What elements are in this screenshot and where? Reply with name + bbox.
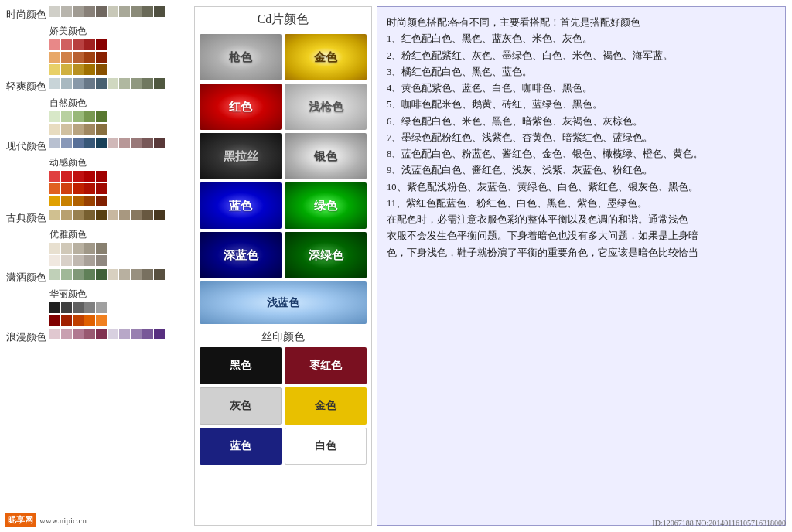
left-divider [189,6,189,526]
color-swatch [50,78,60,89]
color-swatch [61,39,72,50]
color-swatch [84,52,95,63]
color-swatch [73,111,84,122]
color-swatch [84,329,95,339]
classic-label: 古典颜色 [6,210,46,225]
color-swatch [73,302,84,313]
color-swatch [61,315,72,326]
cd-blacksilk-label: 黑拉丝 [224,149,258,164]
text-line-10: 10、紫色配浅粉色、灰蓝色、黄绿色、白色、紫红色、银灰色、黑色。 [387,179,776,196]
elegant-life-label: 潇洒颜色 [6,269,46,285]
elegant-life-section: 潇洒颜色 [6,269,184,285]
silk-title: 丝印颜色 [261,330,305,344]
romantic-label: 浪漫颜色 [6,329,46,344]
color-swatch [50,183,60,194]
color-swatch [96,124,107,135]
color-swatch [131,329,142,339]
color-swatch [142,329,153,339]
color-swatch [154,269,165,280]
color-swatch [50,39,60,50]
text-line-1: 1、红色配白色、黑色、蓝灰色、米色、灰色。 [387,31,776,47]
color-swatch [108,6,118,17]
color-swatch [50,138,60,148]
color-swatch [73,6,84,17]
cd-green-label: 绿色 [314,199,337,213]
silk-black: 黑色 [200,347,282,384]
watermark-url: www.nipic.cn [39,516,87,525]
dynamic-label: 动感颜色 [50,156,107,169]
color-swatch [61,138,72,148]
color-swatch [96,302,107,313]
color-swatch [96,210,107,220]
color-swatch [73,124,84,135]
color-swatch [73,243,84,254]
color-swatch [96,78,107,89]
color-swatch [96,111,107,122]
silk-darkred-label: 枣红色 [309,359,342,373]
text-line-2: 2、粉红色配紫红、灰色、墨绿色、白色、米色、褐色、海军蓝。 [387,48,776,64]
natural-section: 自然颜色 [50,97,107,135]
color-swatch [50,302,60,313]
color-swatch [96,183,107,194]
color-swatch [73,269,84,280]
row-dynamic: 动感颜色 [6,156,184,206]
color-swatch [96,196,107,206]
color-swatch [96,315,107,326]
color-swatch [73,255,84,266]
color-swatch [84,315,95,326]
color-swatch [96,52,107,63]
color-swatch [61,255,72,266]
color-swatch [50,124,60,135]
cd-blacksilk-color: 黑拉丝 [200,133,282,179]
row-natural: 自然颜色 [6,97,184,135]
elegant-section: 优雅颜色 [50,228,107,266]
color-swatch [73,52,84,63]
dynamic-section: 动感颜色 [50,156,107,206]
color-swatch [131,138,142,148]
fashionable-grid [50,6,165,17]
color-swatch [50,210,60,220]
cd-color-grid: 枪色 金色 红色 浅枪色 黑拉丝 银色 蓝色 绿色 [200,34,367,278]
text-line-6: 6、绿色配白色、米色、黑色、暗紫色、灰褐色、灰棕色。 [387,114,776,130]
watermark-logo: 昵享网 [5,513,36,527]
color-swatch [61,64,72,75]
color-swatch [61,78,72,89]
color-swatch [73,315,84,326]
cd-silver-color: 银色 [285,133,367,179]
color-swatch [61,210,72,220]
color-swatch [119,210,130,220]
light-section: 轻爽颜色 [6,78,184,94]
color-swatch [50,171,60,182]
watermark-id: ID:12067188 NO:20140116105716318000 [652,519,786,527]
cd-lightgun-label: 浅枪色 [309,100,343,114]
color-swatch [142,78,153,89]
light-label: 轻爽颜色 [6,78,46,94]
color-swatch [50,255,60,266]
color-swatch [108,78,118,89]
elegant-label: 优雅颜色 [50,228,107,241]
cd-darkblue-label: 深蓝色 [224,248,258,263]
color-swatch [96,243,107,254]
color-swatch [108,269,118,280]
row-charming-natural: 娇美颜色 [6,25,184,75]
color-swatch [96,39,107,50]
color-swatch [154,138,165,148]
color-swatch [73,64,84,75]
color-swatch [108,210,118,220]
color-swatch [131,6,142,17]
color-swatch [61,124,72,135]
color-swatch [61,52,72,63]
text-line-0: 时尚颜色搭配:各有不同，主要看搭配！首先是搭配好颜色 [387,15,776,31]
color-swatch [96,255,107,266]
row-gorgeous: 华丽颜色 [6,288,184,326]
right-panel-text: 时尚颜色搭配:各有不同，主要看搭配！首先是搭配好颜色 1、红色配白色、黑色、蓝灰… [387,15,776,261]
cd-panel-title: Cd片颜色 [258,12,309,28]
color-swatch [50,111,60,122]
modern-grid [50,138,165,148]
romantic-section: 浪漫颜色 [6,329,184,344]
cd-blue-color: 蓝色 [200,182,282,229]
color-swatch [61,329,72,339]
color-swatch [84,255,95,266]
color-swatch [96,269,107,280]
charming-section: 娇美颜色 [50,25,107,75]
